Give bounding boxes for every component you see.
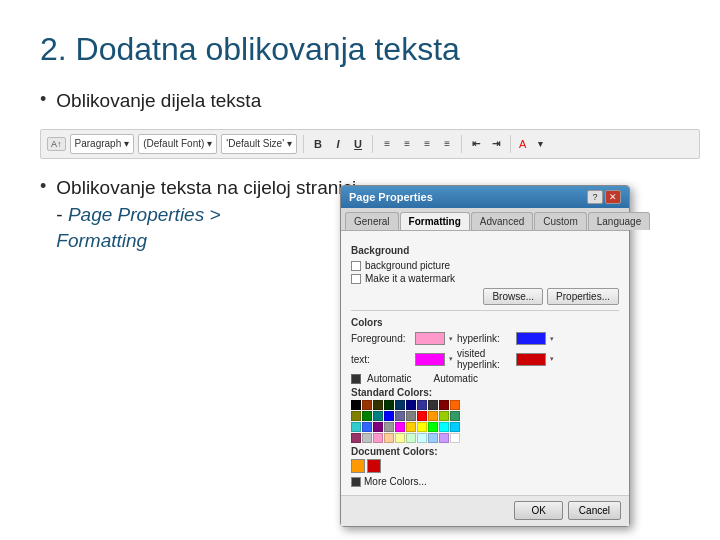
bg-checkbox-row-1: background picture xyxy=(351,260,619,271)
standard-color-cell[interactable] xyxy=(417,400,427,410)
colors-section-label: Colors xyxy=(351,317,619,328)
standard-color-cell[interactable] xyxy=(373,433,383,443)
standard-color-cell[interactable] xyxy=(384,400,394,410)
dialog-help-button[interactable]: ? xyxy=(587,190,603,204)
standard-color-cell[interactable] xyxy=(406,422,416,432)
hyperlink-dropdown-arrow[interactable]: ▾ xyxy=(550,335,554,343)
browse-button[interactable]: Browse... xyxy=(483,288,543,305)
watermark-checkbox[interactable] xyxy=(351,274,361,284)
standard-color-cell[interactable] xyxy=(373,411,383,421)
standard-color-cell[interactable] xyxy=(351,433,361,443)
tab-custom[interactable]: Custom xyxy=(534,212,586,230)
standard-color-cell[interactable] xyxy=(406,433,416,443)
visited-dropdown-arrow[interactable]: ▾ xyxy=(550,355,554,363)
align-left-icon: ≡ xyxy=(379,138,395,149)
properties-button[interactable]: Properties... xyxy=(547,288,619,305)
italic-button[interactable]: I xyxy=(330,138,346,150)
standard-color-cell[interactable] xyxy=(351,411,361,421)
bullet2-italic: Page Properties > xyxy=(68,204,221,225)
standard-colors-grid xyxy=(351,400,466,443)
standard-color-cell[interactable] xyxy=(417,411,427,421)
text-color-row: text: ▾ visited hyperlink: ▾ xyxy=(351,348,619,370)
watermark-label: Make it a watermark xyxy=(365,273,455,284)
hyperlink-swatch[interactable] xyxy=(516,332,546,345)
standard-color-cell[interactable] xyxy=(417,422,427,432)
standard-color-cell[interactable] xyxy=(351,422,361,432)
standard-color-cell[interactable] xyxy=(428,433,438,443)
bg-picture-checkbox[interactable] xyxy=(351,261,361,271)
slide-container: 2. Dodatna oblikovanja teksta • Oblikova… xyxy=(0,0,720,540)
toolbar-separator-2 xyxy=(372,135,373,153)
standard-color-cell[interactable] xyxy=(439,411,449,421)
document-color-cell[interactable] xyxy=(367,459,381,473)
standard-color-cell[interactable] xyxy=(450,411,460,421)
standard-color-cell[interactable] xyxy=(351,400,361,410)
tab-language-label: Language xyxy=(597,216,642,227)
foreground-swatch[interactable] xyxy=(415,332,445,345)
standard-color-cell[interactable] xyxy=(373,400,383,410)
standard-color-cell[interactable] xyxy=(417,433,427,443)
size-dropdown[interactable]: 'Default Size' ▾ xyxy=(221,134,297,154)
standard-color-cell[interactable] xyxy=(428,400,438,410)
ok-button[interactable]: OK xyxy=(514,501,562,520)
standard-color-cell[interactable] xyxy=(395,433,405,443)
toolbar-separator-4 xyxy=(510,135,511,153)
paragraph-dropdown[interactable]: Paragraph ▾ xyxy=(70,134,135,154)
align-right-icon: ≡ xyxy=(419,138,435,149)
bullet-item-1: • Oblikovanje dijela teksta xyxy=(40,88,680,115)
font-dropdown[interactable]: (Default Font) ▾ xyxy=(138,134,217,154)
more-colors-text[interactable]: More Colors... xyxy=(364,476,427,487)
text-dropdown-arrow[interactable]: ▾ xyxy=(449,355,453,363)
standard-color-cell[interactable] xyxy=(428,411,438,421)
tab-formatting[interactable]: Formatting xyxy=(400,212,470,230)
standard-color-cell[interactable] xyxy=(406,400,416,410)
standard-color-cell[interactable] xyxy=(450,400,460,410)
standard-color-cell[interactable] xyxy=(428,422,438,432)
color-dropdown-icon[interactable]: ▾ xyxy=(532,139,548,149)
standard-color-cell[interactable] xyxy=(439,433,449,443)
underline-button[interactable]: U xyxy=(350,138,366,150)
document-colors-row xyxy=(351,459,619,473)
standard-color-cell[interactable] xyxy=(450,433,460,443)
bullet2-italic2: Formatting xyxy=(56,230,147,251)
standard-color-cell[interactable] xyxy=(450,422,460,432)
standard-color-cell[interactable] xyxy=(362,433,372,443)
standard-color-cell[interactable] xyxy=(384,433,394,443)
standard-color-cell[interactable] xyxy=(362,422,372,432)
bold-button[interactable]: B xyxy=(310,138,326,150)
tab-advanced[interactable]: Advanced xyxy=(471,212,533,230)
text-label: text: xyxy=(351,354,411,365)
standard-colors-label: Standard Colors: xyxy=(351,387,619,398)
standard-color-cell[interactable] xyxy=(362,400,372,410)
text-swatch[interactable] xyxy=(415,353,445,366)
font-arrow: ▾ xyxy=(207,138,212,149)
dialog-divider xyxy=(351,310,619,311)
document-colors-label: Document Colors: xyxy=(351,446,619,457)
standard-color-cell[interactable] xyxy=(395,411,405,421)
dialog-footer: OK Cancel xyxy=(341,495,629,526)
visited-swatch[interactable] xyxy=(516,353,546,366)
standard-color-cell[interactable] xyxy=(439,400,449,410)
tab-language[interactable]: Language xyxy=(588,212,651,230)
dialog-close-button[interactable]: ✕ xyxy=(605,190,621,204)
standard-color-cell[interactable] xyxy=(439,422,449,432)
document-color-cell[interactable] xyxy=(351,459,365,473)
auto-black-swatch xyxy=(351,374,361,384)
auto-color-row: Automatic Automatic xyxy=(351,373,619,384)
toolbar-bar: A↑ Paragraph ▾ (Default Font) ▾ 'Default… xyxy=(40,129,700,159)
align-center-icon: ≡ xyxy=(399,138,415,149)
colors-section: Colors Foreground: ▾ hyperlink: ▾ text: … xyxy=(351,317,619,487)
standard-color-cell[interactable] xyxy=(395,422,405,432)
standard-color-cell[interactable] xyxy=(384,422,394,432)
dialog-body: Background background picture Make it a … xyxy=(341,231,629,495)
standard-color-cell[interactable] xyxy=(395,400,405,410)
standard-color-cell[interactable] xyxy=(373,422,383,432)
standard-color-cell[interactable] xyxy=(362,411,372,421)
close-icon: ✕ xyxy=(609,192,617,202)
foreground-dropdown-arrow[interactable]: ▾ xyxy=(449,335,453,343)
standard-color-cell[interactable] xyxy=(406,411,416,421)
tab-general[interactable]: General xyxy=(345,212,399,230)
cancel-button[interactable]: Cancel xyxy=(568,501,621,520)
standard-color-cell[interactable] xyxy=(384,411,394,421)
hyperlink-label: hyperlink: xyxy=(457,333,512,344)
